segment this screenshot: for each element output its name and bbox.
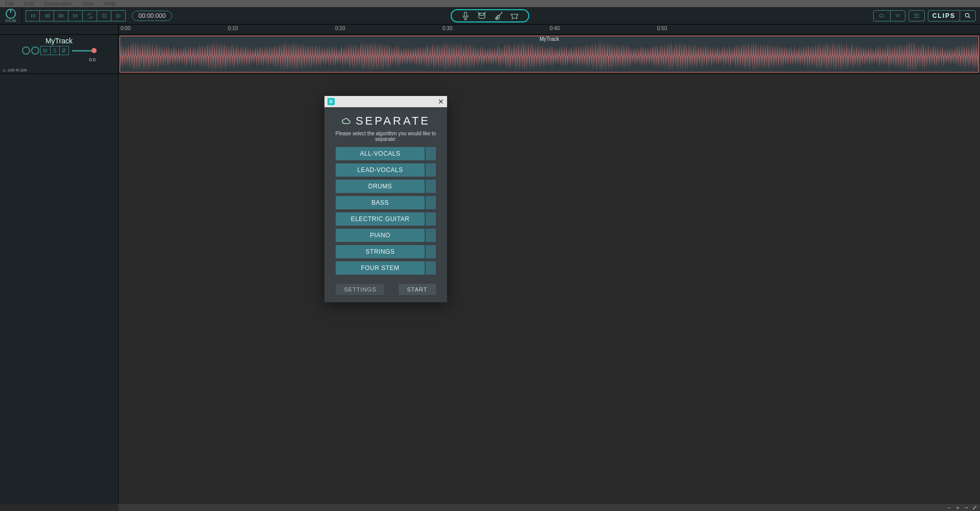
svg-point-3 — [496, 16, 497, 17]
ruler-tick: 0:10 — [228, 26, 238, 31]
algo-four-stem-options[interactable] — [426, 261, 436, 275]
time-ruler[interactable]: 0:00 0:10 0:20 0:30 0:40 0:50 — [119, 25, 980, 35]
cloud-icon[interactable] — [874, 11, 890, 21]
ruler-tick: 0:30 — [442, 26, 452, 31]
timecode-display[interactable]: 00:00:000 — [132, 11, 172, 21]
ruler-tick: 0:00 — [121, 26, 130, 31]
mute-button[interactable]: M — [41, 46, 50, 55]
cloud-controls — [873, 10, 905, 21]
dialog-header: SEPARATE — [341, 114, 430, 128]
settings-button[interactable]: SETTINGS — [336, 284, 384, 295]
volume-thumb[interactable] — [91, 48, 97, 53]
algo-drums-options[interactable] — [426, 180, 436, 193]
algo-strings[interactable]: STRINGS — [336, 245, 425, 258]
transport-controls — [26, 10, 126, 21]
bottom-bar: － ＋ ↔ ⤢ — [119, 504, 980, 511]
master-gain-knob[interactable]: 0.0 dB — [3, 8, 18, 23]
track-header-column: MyTrack M S Ø 0.0 L:-100 R:100 — [0, 25, 119, 504]
algo-bass[interactable]: BASS — [336, 196, 425, 209]
menu-view[interactable]: View — [82, 1, 94, 7]
track-knob-2[interactable] — [31, 46, 39, 55]
guitar-icon[interactable] — [494, 11, 503, 20]
dialog-titlebar[interactable]: D ✕ — [324, 96, 447, 107]
zoom-fit-h-button[interactable]: ↔ — [964, 504, 969, 510]
pan-readout: L:-100 R:100 — [3, 68, 27, 72]
gain-dial-icon — [6, 9, 16, 19]
track-header-spacer — [0, 25, 118, 35]
queue-icon[interactable] — [890, 11, 905, 21]
volume-slider[interactable] — [72, 50, 97, 52]
piano-icon[interactable] — [510, 11, 519, 20]
algo-piano-options[interactable] — [426, 229, 436, 242]
start-button[interactable]: START — [399, 284, 435, 295]
algo-drums[interactable]: DRUMS — [336, 180, 425, 193]
algo-piano[interactable]: PIANO — [336, 229, 425, 242]
gain-label: 0.0 dB — [6, 19, 16, 22]
svg-rect-1 — [464, 12, 467, 16]
menu-file[interactable]: File — [5, 1, 14, 7]
menu-bar: File Edit Separation View Help — [0, 0, 980, 7]
track-lane[interactable]: MyTrack — [119, 35, 980, 74]
workspace: MyTrack M S Ø 0.0 L:-100 R:100 0:00 0:10… — [0, 25, 980, 504]
microphone-icon[interactable] — [461, 11, 470, 20]
solo-button[interactable]: S — [50, 46, 59, 55]
menu-separation[interactable]: Separation — [44, 1, 72, 7]
skip-end-button[interactable] — [68, 10, 83, 21]
algorithm-list: ALL-VOCALS LEAD-VOCALS DRUMS BASS ELECTR… — [336, 147, 436, 275]
algo-lead-vocals-options[interactable] — [426, 163, 436, 177]
algo-electric-guitar[interactable]: ELECTRIC GUITAR — [336, 212, 425, 226]
cloud-icon — [341, 116, 352, 126]
zoom-out-button[interactable]: － — [946, 504, 952, 512]
track-knob-1[interactable] — [22, 46, 30, 55]
phase-button[interactable]: Ø — [59, 46, 68, 55]
algo-all-vocals[interactable]: ALL-VOCALS — [336, 147, 425, 160]
right-toolbar: CLIPS — [873, 10, 976, 21]
algo-bass-options[interactable] — [426, 196, 436, 209]
search-button[interactable] — [960, 11, 975, 21]
view-controls: CLIPS — [928, 10, 976, 21]
ruler-tick: 0:20 — [335, 26, 345, 31]
horizontal-scrollbar[interactable] — [119, 500, 980, 504]
algo-strings-options[interactable] — [426, 245, 436, 258]
dialog-title: SEPARATE — [356, 114, 430, 128]
waveform — [120, 40, 978, 72]
ruler-tick: 0:40 — [550, 26, 559, 31]
stop-button[interactable] — [97, 10, 111, 21]
separate-dialog: D ✕ SEPARATE Please select the algorithm… — [324, 96, 447, 302]
track-controls: M S Ø — [22, 46, 97, 55]
menu-edit[interactable]: Edit — [25, 1, 34, 7]
app-logo-icon: D — [328, 98, 335, 105]
algo-lead-vocals[interactable]: LEAD-VOCALS — [336, 163, 425, 177]
track-header[interactable]: MyTrack M S Ø 0.0 L:-100 R:100 — [0, 35, 118, 74]
algo-electric-guitar-options[interactable] — [426, 212, 436, 226]
dialog-actions: SETTINGS START — [336, 284, 435, 295]
audio-clip[interactable]: MyTrack — [120, 36, 979, 72]
hamburger-icon — [909, 11, 924, 21]
dialog-body: SEPARATE Please select the algorithm you… — [324, 107, 447, 302]
menu-toggle[interactable] — [908, 10, 925, 21]
play-button[interactable] — [111, 10, 126, 21]
timeline: 0:00 0:10 0:20 0:30 0:40 0:50 MyTrack — [119, 25, 980, 504]
ruler-tick: 0:50 — [657, 26, 667, 31]
close-button[interactable]: ✕ — [438, 98, 444, 106]
instrument-selector — [451, 9, 529, 22]
algo-four-stem[interactable]: FOUR STEM — [336, 261, 425, 275]
drums-icon[interactable] — [477, 11, 486, 20]
algo-all-vocals-options[interactable] — [426, 147, 436, 160]
zoom-fit-all-button[interactable]: ⤢ — [972, 504, 977, 511]
track-mso: M S Ø — [40, 46, 69, 55]
loop-button[interactable] — [83, 10, 97, 21]
dialog-subtitle: Please select the algorithm you would li… — [329, 131, 443, 142]
volume-value: 0.0 — [89, 57, 96, 62]
toolbar: 0.0 dB 00:00:000 CLIPS — [0, 7, 980, 25]
svg-point-4 — [965, 13, 969, 17]
menu-help[interactable]: Help — [104, 1, 116, 7]
rewind-button[interactable] — [40, 10, 54, 21]
zoom-in-button[interactable]: ＋ — [955, 504, 961, 512]
divider — [21, 9, 22, 22]
clips-button[interactable]: CLIPS — [928, 11, 960, 21]
skip-start-button[interactable] — [26, 10, 40, 21]
svg-rect-0 — [103, 14, 106, 17]
track-name[interactable]: MyTrack — [45, 37, 73, 45]
forward-button[interactable] — [54, 10, 68, 21]
